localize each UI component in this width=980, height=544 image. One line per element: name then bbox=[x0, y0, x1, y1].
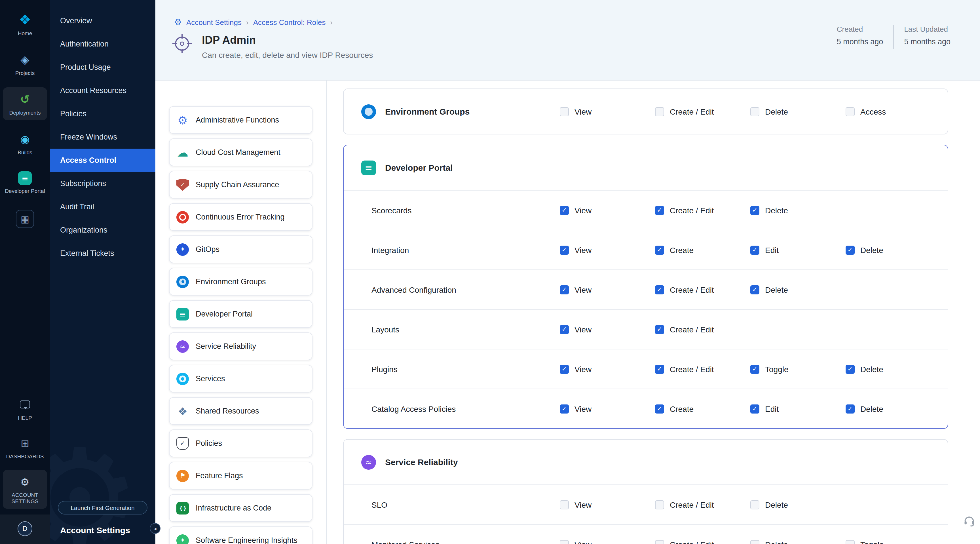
rail-item-module-grid[interactable] bbox=[3, 205, 47, 232]
checkbox-view[interactable] bbox=[560, 364, 569, 374]
rail-item-account-settings[interactable]: ACCOUNT SETTINGS bbox=[3, 470, 47, 509]
module-card-supply-chain-assurance[interactable]: Supply Chain Assurance bbox=[169, 171, 312, 199]
role-header: IDP Admin Can create, edit, delete and v… bbox=[170, 32, 373, 60]
rail-item-builds[interactable]: Builds bbox=[3, 127, 47, 160]
permission: Create / Edit bbox=[655, 540, 750, 544]
supply-chain-assurance-icon bbox=[177, 178, 189, 191]
checkbox-view[interactable] bbox=[560, 107, 569, 116]
collapse-sidebar-button[interactable] bbox=[150, 523, 161, 534]
module-card-services[interactable]: Services bbox=[169, 365, 312, 393]
permission-label: View bbox=[574, 325, 592, 334]
settings-nav-item-account-resources[interactable]: Account Resources bbox=[50, 79, 155, 102]
checkbox-delete[interactable] bbox=[846, 404, 855, 413]
rail-item-developer-portal[interactable]: Developer Portal bbox=[3, 167, 47, 199]
settings-nav-item-policies[interactable]: Policies bbox=[50, 102, 155, 126]
checkbox-view[interactable] bbox=[560, 245, 569, 255]
module-card-feature-flags[interactable]: Feature Flags bbox=[169, 462, 312, 490]
module-card-continuous-error-tracking[interactable]: Continuous Error Tracking bbox=[169, 203, 312, 231]
settings-nav-item-subscriptions[interactable]: Subscriptions bbox=[50, 172, 155, 195]
module-card-gitops[interactable]: GitOps bbox=[169, 235, 312, 263]
checkbox-delete[interactable] bbox=[846, 364, 855, 374]
permission-label: View bbox=[574, 540, 592, 544]
checkbox-create-edit[interactable] bbox=[655, 206, 664, 215]
rail-item-label: Projects bbox=[15, 70, 35, 76]
section-title: Developer Portal bbox=[385, 163, 453, 172]
settings-nav-item-external-tickets[interactable]: External Tickets bbox=[50, 242, 155, 265]
rail-item-label: Home bbox=[18, 30, 32, 36]
breadcrumb-link[interactable]: Access Control: Roles bbox=[253, 18, 326, 26]
settings-nav-item-authentication[interactable]: Authentication bbox=[50, 32, 155, 56]
checkbox-view[interactable] bbox=[560, 500, 569, 509]
settings-nav-item-overview[interactable]: Overview bbox=[50, 9, 155, 32]
permission-label: Delete bbox=[765, 107, 788, 116]
rail-item-projects[interactable]: Projects bbox=[3, 48, 47, 81]
checkbox-view[interactable] bbox=[560, 404, 569, 413]
checkbox-access[interactable] bbox=[846, 107, 855, 116]
rail-item-home[interactable]: Home bbox=[3, 8, 47, 41]
updated-label: Last Updated bbox=[904, 25, 950, 33]
checkbox-toggle[interactable] bbox=[750, 364, 759, 374]
section-title-cell: Environment Groups bbox=[361, 104, 560, 119]
checkbox-delete[interactable] bbox=[750, 107, 759, 116]
checkbox-edit[interactable] bbox=[750, 245, 759, 255]
checkbox-create-edit[interactable] bbox=[655, 325, 664, 334]
settings-nav-item-access-control[interactable]: Access Control bbox=[50, 149, 155, 172]
checkbox-create-edit[interactable] bbox=[655, 285, 664, 294]
developer-portal-icon bbox=[361, 160, 376, 175]
module-card-administrative-functions[interactable]: Administrative Functions bbox=[169, 106, 312, 134]
checkbox-view[interactable] bbox=[560, 325, 569, 334]
checkbox-create-edit[interactable] bbox=[655, 540, 664, 544]
launch-first-generation-button[interactable]: Launch First Generation bbox=[58, 501, 148, 514]
role-text: IDP Admin Can create, edit, delete and v… bbox=[202, 32, 373, 60]
settings-nav-item-product-usage[interactable]: Product Usage bbox=[50, 56, 155, 79]
module-label: Service Reliability bbox=[196, 342, 256, 351]
checkbox-delete[interactable] bbox=[750, 500, 759, 509]
rail-item-dashboards[interactable]: DASHBOARDS bbox=[3, 431, 47, 464]
checkbox-toggle[interactable] bbox=[846, 540, 855, 544]
module-card-service-reliability[interactable]: Service Reliability bbox=[169, 332, 312, 360]
created-meta: Created 5 months ago bbox=[837, 25, 883, 46]
checkbox-view[interactable] bbox=[560, 540, 569, 544]
settings-nav-item-freeze-windows[interactable]: Freeze Windows bbox=[50, 126, 155, 149]
permission-label: Create / Edit bbox=[670, 285, 714, 294]
module-card-shared-resources[interactable]: Shared Resources bbox=[169, 397, 312, 425]
module-label: GitOps bbox=[196, 245, 220, 254]
checkbox-delete[interactable] bbox=[750, 285, 759, 294]
support-headset-icon[interactable] bbox=[963, 514, 975, 529]
permission-label: Create bbox=[670, 404, 694, 413]
module-card-policies[interactable]: Policies bbox=[169, 429, 312, 457]
checkbox-create[interactable] bbox=[655, 245, 664, 255]
checkbox-delete[interactable] bbox=[750, 540, 759, 544]
checkbox-delete[interactable] bbox=[846, 245, 855, 255]
permission-card-developer-portal[interactable]: Developer PortalScorecardsViewCreate / E… bbox=[343, 145, 948, 429]
permission: View bbox=[560, 245, 655, 255]
module-card-developer-portal[interactable]: Developer Portal bbox=[169, 300, 312, 328]
settings-nav-item-audit-trail[interactable]: Audit Trail bbox=[50, 195, 155, 218]
permission: View bbox=[560, 107, 655, 116]
infrastructure-as-code-icon bbox=[177, 502, 189, 514]
checkbox-create-edit[interactable] bbox=[655, 364, 664, 374]
cloud-cost-management-icon bbox=[177, 146, 189, 159]
checkbox-edit[interactable] bbox=[750, 404, 759, 413]
checkbox-view[interactable] bbox=[560, 206, 569, 215]
permission-card-service-reliability[interactable]: Service ReliabilitySLOViewCreate / EditD… bbox=[343, 439, 948, 544]
permission-label: Toggle bbox=[860, 540, 884, 544]
checkbox-create[interactable] bbox=[655, 404, 664, 413]
checkbox-view[interactable] bbox=[560, 285, 569, 294]
module-card-infrastructure-as-code[interactable]: Infrastructure as Code bbox=[169, 494, 312, 522]
module-card-cloud-cost-management[interactable]: Cloud Cost Management bbox=[169, 138, 312, 166]
checkbox-create-edit[interactable] bbox=[655, 500, 664, 509]
checkbox-delete[interactable] bbox=[750, 206, 759, 215]
breadcrumb-link[interactable]: Account Settings bbox=[186, 18, 242, 26]
module-card-software-engineering-insights[interactable]: Software Engineering Insights bbox=[169, 527, 312, 544]
permission: Create / Edit bbox=[655, 500, 750, 509]
module-card-environment-groups[interactable]: Environment Groups bbox=[169, 268, 312, 296]
permission: Create bbox=[655, 245, 750, 255]
settings-nav-item-organizations[interactable]: Organizations bbox=[50, 218, 155, 242]
rail-item-help[interactable]: HELP bbox=[3, 393, 47, 425]
rail-item-deployments[interactable]: Deployments bbox=[3, 87, 47, 120]
user-avatar[interactable]: D bbox=[18, 521, 32, 536]
permission-card-environment-groups[interactable]: Environment GroupsViewCreate / EditDelet… bbox=[343, 89, 948, 134]
checkbox-create-edit[interactable] bbox=[655, 107, 664, 116]
permission: Edit bbox=[750, 245, 846, 255]
